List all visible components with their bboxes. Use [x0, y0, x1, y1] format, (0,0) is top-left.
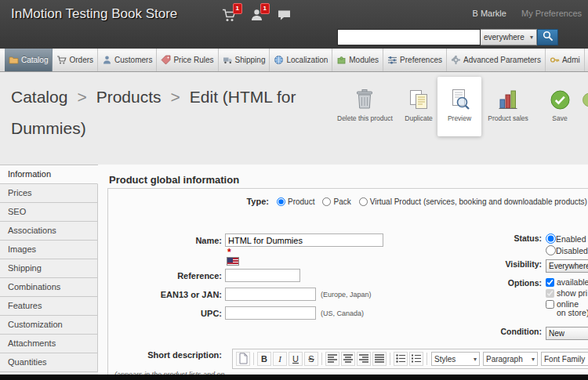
options-label: Options:	[475, 278, 542, 320]
search-scope-select[interactable]: everywhere ▾	[481, 29, 537, 45]
breadcrumb-separator: >	[171, 88, 180, 106]
product-global-information-fieldset: Type: Product Pack Virtual Product (serv…	[107, 188, 588, 378]
tab-label: Price Rules	[173, 56, 213, 64]
tab-price-rules[interactable]: Price Rules	[157, 49, 218, 71]
align-left-button[interactable]	[325, 352, 339, 366]
toolbar-button-label: Duplicate	[398, 114, 439, 122]
cutoff-icon	[582, 88, 588, 111]
upc-input[interactable]	[225, 306, 316, 320]
new-document-button[interactable]	[236, 352, 250, 366]
type-product-radio[interactable]	[277, 197, 285, 206]
online-only-checkbox[interactable]	[546, 300, 554, 309]
product-sales-button[interactable]: Product sales	[485, 88, 532, 122]
sidebar-item-seo[interactable]: SEO	[0, 203, 98, 222]
employee-name-link[interactable]: B Markle	[473, 9, 506, 18]
product-name-input[interactable]	[225, 233, 383, 247]
sidebar-item-information[interactable]: Information	[0, 165, 98, 184]
globe-icon	[274, 55, 284, 65]
customers-quick-access[interactable]: 1	[249, 8, 264, 26]
sidebar-item-combinations[interactable]: Combinations	[0, 278, 98, 297]
tab-label: Shipping	[235, 56, 266, 64]
delete-product-button[interactable]: Delete this product	[337, 88, 392, 122]
save-button[interactable]: Save	[543, 88, 577, 122]
chat-icon	[277, 12, 292, 25]
sidebar-item-prices[interactable]: Prices	[0, 184, 98, 203]
ean-note: (Europe, Japan)	[321, 291, 372, 299]
my-preferences-link[interactable]: My Preferences	[521, 9, 582, 18]
condition-value: New	[549, 329, 564, 338]
upc-note: (US, Canada)	[321, 309, 364, 317]
toolbar-button-label: Delete this product	[337, 114, 392, 122]
numbered-list-button[interactable]	[409, 352, 423, 366]
status-enabled-label: Enabled	[556, 234, 586, 244]
tab-preferences[interactable]: Preferences	[383, 49, 447, 71]
messages-quick-access[interactable]	[277, 8, 292, 26]
strikethrough-button[interactable]: S	[304, 352, 318, 366]
tab-catalog[interactable]: Catalog	[5, 49, 53, 71]
cart-badge: 1	[233, 3, 242, 14]
sidebar-item-associations[interactable]: Associations	[0, 222, 98, 241]
cart-quick-access[interactable]: 1	[222, 8, 237, 26]
language-flag-icon[interactable]	[227, 257, 239, 266]
quick-access-icons: 1 1	[222, 8, 304, 26]
search-button[interactable]	[537, 29, 558, 45]
tab-orders[interactable]: Orders	[53, 49, 98, 71]
new-document-icon	[238, 353, 249, 366]
align-right-button[interactable]	[357, 352, 371, 366]
toolbar-separator	[390, 353, 390, 365]
bottom-edge-bar	[0, 375, 588, 380]
sidebar-item-customization[interactable]: Customization	[0, 316, 98, 335]
tab-shipping[interactable]: Shipping	[219, 49, 270, 71]
tab-administration[interactable]: Admi	[546, 49, 585, 71]
search-scope-value: everywhere	[484, 33, 524, 42]
tab-label: Customers	[114, 56, 152, 64]
tab-advanced-parameters[interactable]: Advanced Parameters	[447, 49, 546, 71]
tab-label: Orders	[69, 56, 93, 64]
type-pack-radio[interactable]	[322, 197, 331, 206]
duplicate-button[interactable]: Duplicate	[398, 88, 439, 122]
italic-button[interactable]: I	[273, 352, 287, 366]
preview-button[interactable]: Preview	[437, 77, 481, 136]
align-center-button[interactable]	[341, 352, 355, 366]
name-label: Name:	[108, 236, 222, 245]
status-enabled-radio[interactable]	[546, 233, 556, 244]
page-header: Catalog>Products>Edit (HTML for Dummies)…	[0, 72, 588, 165]
underline-button[interactable]: U	[289, 352, 303, 366]
tab-customers[interactable]: Customers	[98, 49, 157, 71]
tab-modules[interactable]: Modules	[332, 49, 383, 71]
cutoff-toolbar-button[interactable]	[582, 88, 588, 111]
dropdown-arrow-icon: ▾	[474, 356, 477, 363]
paragraph-select[interactable]: Paragraph ▾	[483, 352, 538, 366]
trash-icon	[337, 88, 392, 111]
tab-localization[interactable]: Localization	[270, 49, 332, 71]
reference-input[interactable]	[225, 269, 300, 282]
top-header: InMotion Testing Book Store 1 1	[0, 0, 588, 49]
sidebar-item-features[interactable]: Features	[0, 297, 98, 316]
store-title-link[interactable]: InMotion Testing Book Store	[11, 6, 177, 22]
preview-icon	[439, 88, 480, 111]
sidebar-item-quantities[interactable]: Quantities	[0, 353, 98, 372]
sidebar-item-shipping[interactable]: Shipping	[0, 259, 98, 278]
condition-select[interactable]: New ▾	[546, 327, 588, 340]
search-input[interactable]	[337, 29, 481, 45]
orders-icon	[56, 55, 67, 65]
online-only-label: online on store)	[557, 300, 588, 317]
status-disabled-radio[interactable]	[546, 245, 556, 255]
styles-select[interactable]: Styles ▾	[431, 352, 480, 366]
show-price-checkbox[interactable]	[546, 289, 554, 298]
visibility-select[interactable]: Everywhere ▾	[546, 259, 588, 273]
paragraph-value: Paragraph	[486, 355, 523, 364]
bullet-list-button[interactable]	[394, 352, 408, 366]
sidebar-item-attachments[interactable]: Attachments	[0, 335, 98, 353]
toolbar-button-label: Save	[543, 114, 577, 122]
toolbar-separator	[426, 353, 427, 365]
font-family-select[interactable]: Font Family ▾	[541, 352, 588, 366]
module-icon	[336, 55, 347, 65]
ean-input[interactable]	[225, 288, 316, 301]
sidebar-item-images[interactable]: Images	[0, 241, 98, 259]
align-justify-button[interactable]	[372, 352, 387, 366]
type-virtual-radio[interactable]	[359, 197, 368, 206]
available-for-order-checkbox[interactable]	[546, 278, 554, 287]
bold-button[interactable]: B	[257, 352, 271, 366]
tab-label: Catalog	[21, 56, 48, 64]
